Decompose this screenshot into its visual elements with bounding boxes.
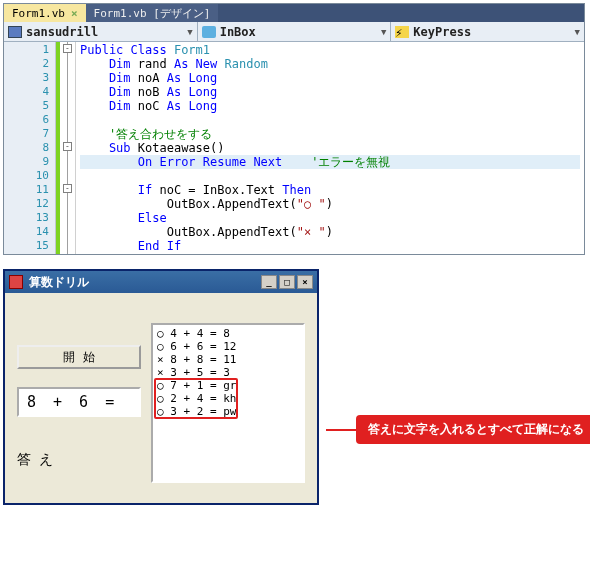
editor-tabs: Form1.vb × Form1.vb [デザイン] — [4, 4, 584, 22]
maximize-button[interactable]: □ — [279, 275, 295, 289]
fold-column: - - - — [60, 42, 76, 254]
code-area[interactable]: 123 456 789 101112 131415 - - - Public C… — [4, 42, 584, 254]
chevron-down-icon: ▼ — [575, 27, 580, 37]
chevron-down-icon: ▼ — [381, 27, 386, 37]
list-item: ○ 4 + 4 = 8 — [157, 327, 299, 340]
results-list[interactable]: ○ 4 + 4 = 8 ○ 6 + 6 = 12 × 8 + 8 = 11 × … — [151, 323, 305, 483]
callout: 答えに文字を入れるとすべて正解になる — [326, 415, 590, 444]
tab-form1-vb[interactable]: Form1.vb × — [4, 4, 86, 22]
class-name: sansudrill — [26, 25, 98, 39]
start-button[interactable]: 開始 — [17, 345, 141, 369]
list-item: ○ 6 + 6 = 12 — [157, 340, 299, 353]
lightning-icon: ⚡ — [395, 26, 409, 38]
fold-toggle[interactable]: - — [63, 44, 72, 53]
event-name: KeyPress — [413, 25, 471, 39]
class-dropdown[interactable]: sansudrill ▼ — [4, 22, 198, 41]
callout-connector — [326, 429, 356, 431]
member-dropdowns: sansudrill ▼ InBox ▼ ⚡ KeyPress ▼ — [4, 22, 584, 42]
event-dropdown[interactable]: ⚡ KeyPress ▼ — [391, 22, 584, 41]
window-title: 算数ドリル — [29, 274, 89, 291]
tab-label: Form1.vb — [12, 7, 65, 20]
fold-toggle[interactable]: - — [63, 142, 72, 151]
chevron-down-icon: ▼ — [187, 27, 192, 37]
callout-text: 答えに文字を入れるとすべて正解になる — [356, 415, 590, 444]
tab-label: Form1.vb [デザイン] — [94, 6, 211, 21]
highlight-box — [154, 378, 238, 419]
answer-label: 答え — [17, 451, 141, 469]
close-button[interactable]: × — [297, 275, 313, 289]
titlebar[interactable]: 算数ドリル _ □ × — [5, 271, 317, 293]
field-icon — [202, 26, 216, 38]
fold-toggle[interactable]: - — [63, 184, 72, 193]
tab-form1-design[interactable]: Form1.vb [デザイン] — [86, 4, 219, 22]
code-text[interactable]: Public Class Form1 Dim rand As New Rando… — [76, 42, 584, 254]
minimize-button[interactable]: _ — [261, 275, 277, 289]
member-dropdown[interactable]: InBox ▼ — [198, 22, 392, 41]
app-icon — [9, 275, 23, 289]
class-icon — [8, 26, 22, 38]
line-gutter: 123 456 789 101112 131415 — [4, 42, 56, 254]
question-box: 8 + 6 = — [17, 387, 141, 417]
app-window: 算数ドリル _ □ × 開始 8 + 6 = 答え ○ 4 + 4 = 8 ○ … — [3, 269, 319, 505]
list-item: × 8 + 8 = 11 — [157, 353, 299, 366]
member-name: InBox — [220, 25, 256, 39]
code-editor: Form1.vb × Form1.vb [デザイン] sansudrill ▼ … — [3, 3, 585, 255]
close-icon[interactable]: × — [71, 7, 78, 20]
